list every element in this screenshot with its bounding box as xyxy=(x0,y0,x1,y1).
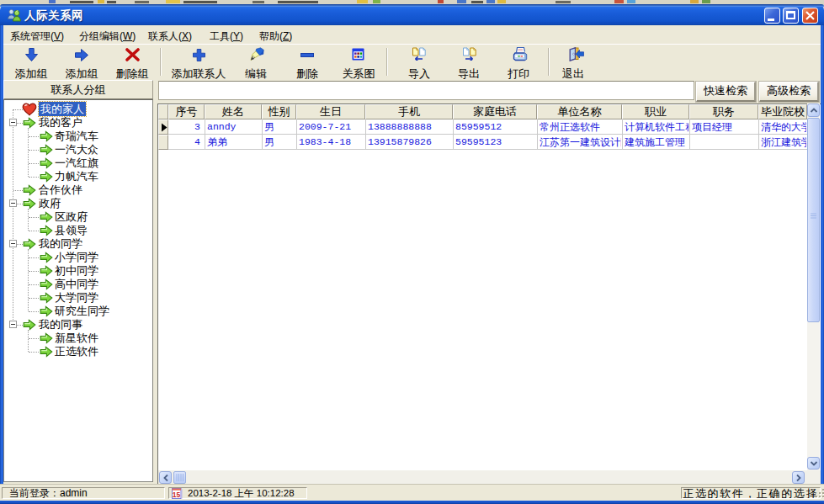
svg-text:15: 15 xyxy=(173,491,181,499)
